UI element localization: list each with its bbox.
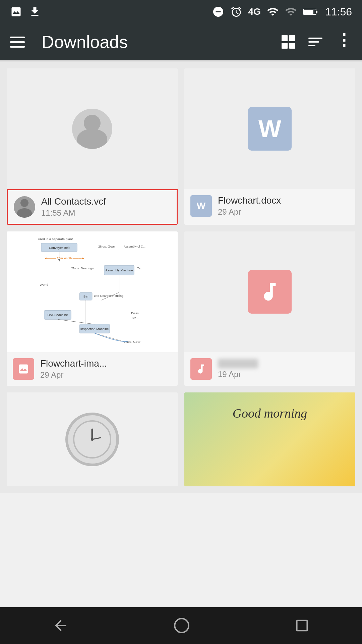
menu-button[interactable] [10,37,25,48]
file-date-contacts: 11:55 AM [41,208,106,218]
file-name-contacts: All Contacts.vcf [41,196,106,207]
file-preview-image: ured in a separate plant Conveyer Belt ◄… [7,231,178,352]
alarm-icon [230,6,242,18]
file-name-image: Flowchart-ima... [40,358,107,369]
status-bar-right: 4G 11:56 [212,6,352,18]
clock-preview [7,392,178,486]
file-card-clock[interactable] [7,392,178,486]
svg-text:Disas...: Disas... [131,312,141,315]
good-morning-text: Good morning [226,399,314,427]
file-card-docx[interactable]: W W Flowchart.docx 29 Apr [184,68,355,225]
files-grid: All Contacts.vcf 11:55 AM W W Flowchart.… [0,62,362,392]
file-date-audio: 19 Apr [218,370,258,379]
bottom-row: Good morning [0,392,362,493]
status-time: 11:56 [325,6,352,18]
contact-preview-icon [72,109,112,149]
file-details-image: Flowchart-ima... 29 Apr [40,358,107,380]
file-info-image: Flowchart-ima... 29 Apr [7,352,178,386]
svg-text:Assembly of C...: Assembly of C... [124,245,145,248]
signal-r-icon [285,6,297,18]
flowchart-diagram: ured in a separate plant Conveyer Belt ◄… [10,235,174,349]
svg-text:Te...: Te... [137,267,143,270]
svg-rect-1 [316,11,317,13]
signal-icon [267,6,279,18]
good-morning-preview: Good morning [184,392,355,486]
file-card-image[interactable]: ured in a separate plant Conveyer Belt ◄… [7,231,178,386]
photo-icon [10,6,22,18]
file-name-docx: Flowchart.docx [218,195,281,206]
svg-text:Inspection Machine: Inspection Machine [80,327,109,331]
svg-text:Conveyer Belt: Conveyer Belt [49,246,70,250]
battery-icon [303,6,319,18]
file-date-image: 29 Apr [40,370,107,380]
navigation-bar [0,607,362,644]
word-type-icon: W [190,195,212,217]
status-bar: 4G 11:56 [0,0,362,23]
file-info-contacts: All Contacts.vcf 11:55 AM [7,189,178,225]
contact-type-icon [14,196,35,218]
svg-text:2Nos. Gear: 2Nos. Gear [98,245,115,248]
dnd-icon [212,6,224,18]
file-info-audio: 19 Apr [184,352,355,386]
file-card-contacts[interactable]: All Contacts.vcf 11:55 AM [7,68,178,225]
file-preview-docx: W [184,68,355,189]
svg-text:Assembly Machine: Assembly Machine [105,268,133,272]
file-card-good-morning[interactable]: Good morning [184,392,355,486]
file-preview-contacts [7,68,178,189]
back-button[interactable] [52,617,69,634]
network-type: 4G [248,6,261,17]
more-options-button[interactable]: ⋮ [336,32,352,48]
file-preview-audio [184,231,355,352]
image-type-icon [13,358,34,380]
audio-preview-icon [248,270,292,314]
svg-text:World: World [40,283,48,286]
home-button[interactable] [173,617,190,634]
svg-point-35 [175,619,189,633]
download-status-icon [29,6,41,18]
grid-view-button[interactable] [282,35,295,49]
file-details-audio: 19 Apr [218,359,258,379]
clock-face [65,413,119,466]
svg-point-34 [91,438,94,441]
sort-button[interactable] [308,38,322,46]
svg-text:ured in a separate plant: ured in a separate plant [38,237,73,241]
audio-type-icon [190,358,212,380]
toolbar: Downloads ⋮ [0,23,362,60]
file-details-contacts: All Contacts.vcf 11:55 AM [41,196,106,218]
page-title: Downloads [42,32,272,52]
file-card-audio[interactable]: 19 Apr [184,231,355,386]
svg-rect-36 [297,621,307,631]
toolbar-actions: ⋮ [282,35,352,49]
svg-text:Bin: Bin [83,294,88,298]
word-preview-icon: W [248,107,292,151]
svg-text:CNC Machine: CNC Machine [48,313,68,317]
file-date-docx: 29 Apr [218,207,281,217]
svg-text:Sta...: Sta... [132,316,139,320]
file-info-docx: W Flowchart.docx 29 Apr [184,189,355,223]
file-name-audio [218,359,258,368]
svg-line-25 [58,319,95,324]
svg-text:◄——— 20m length ———►: ◄——— 20m length ———► [44,257,85,260]
svg-text:2Nos. Bearings: 2Nos. Bearings [71,266,94,270]
recent-apps-button[interactable] [294,618,310,633]
file-details-docx: Flowchart.docx 29 Apr [218,195,281,217]
svg-rect-2 [304,10,313,14]
status-bar-left [10,6,41,18]
